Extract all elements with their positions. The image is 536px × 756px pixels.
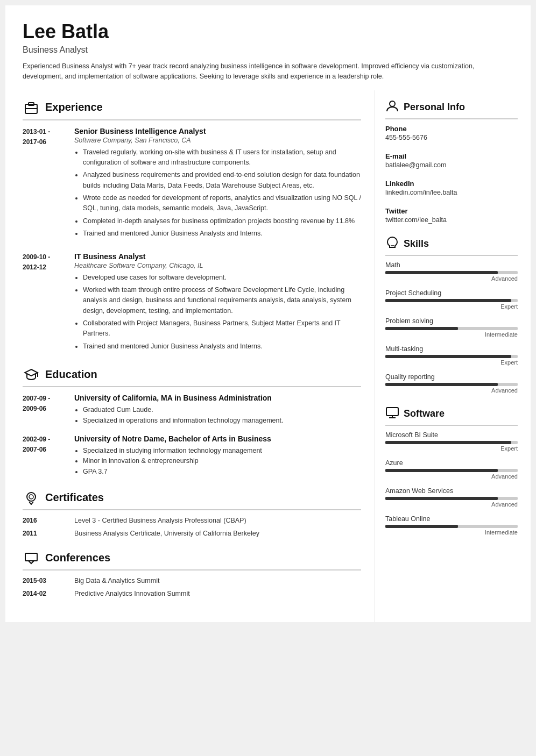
experience-entry: 2013-01 -2017-06 Senior Business Intelli… [23,127,361,241]
skill-item: Math Advanced [385,261,518,282]
resume-page: Lee Batla Business Analyst Experienced B… [5,5,531,622]
conference-entry: 2014-02 Predictive Analytics Innovation … [23,590,361,597]
exp-bullet: Trained and mentored Junior Business Ana… [83,229,361,239]
exp-bullets: Traveled regularly, working on-site with… [74,147,361,239]
education-icon [23,366,40,383]
skill-item: Project Scheduling Expert [385,289,518,310]
software-item: Azure Advanced [385,459,518,480]
svg-point-4 [27,493,36,501]
skill-bar-bg [385,441,518,444]
edu-bullet: GPA 3.7 [83,467,271,477]
linkedin-block: LinkedIn linkedin.com/in/lee.balta [385,180,518,196]
skill-name: Problem solving [385,317,518,325]
software-item: Tableau Online Intermediate [385,515,518,536]
skill-name: Multi-tasking [385,345,518,353]
education-entry: 2002-09 -2007-06 University of Notre Dam… [23,434,361,477]
software-item: Microsoft BI Suite Expert [385,431,518,452]
exp-bullet: Collaborated with Project Managers, Busi… [83,318,361,339]
skill-bar-bg [385,355,518,358]
experience-section: Experience 2013-01 -2017-06 Senior Busin… [23,99,361,354]
certificates-section-title: Certificates [23,489,361,510]
edu-bullet: Minor in innovation & entrepreneurship [83,456,271,466]
edu-bullet: Graduated Cum Laude. [83,405,283,415]
skill-bar-fill [385,383,498,386]
conference-entry: 2015-03 Big Data & Analytics Summit [23,577,361,584]
software-icon [385,405,399,422]
conferences-section-title: Conferences [23,549,361,570]
exp-details: Senior Business Intelligence Analyst Sof… [74,127,361,241]
exp-bullet: Trained and mentored Junior Business Ana… [83,341,361,352]
twitter-block: Twitter twitter.com/lee_balta [385,207,518,224]
skill-bar-fill [385,299,511,302]
cert-year: 2011 [23,530,66,537]
skill-bar-fill [385,271,498,274]
right-column: Personal Info Phone 455-555-5676 E-mail … [375,90,531,623]
software-name: Amazon Web Services [385,487,518,495]
conf-year: 2014-02 [23,590,66,597]
skill-name: Quality reporting [385,373,518,381]
certificates-section: Certificates 2016 Level 3 - Certified Bu… [23,489,361,537]
skill-level-label: Advanced [385,501,518,508]
edu-bullets: Specialized in studying information tech… [74,446,271,477]
skill-bar-fill [385,327,458,330]
software-name: Tableau Online [385,515,518,523]
exp-details: IT Business Analyst Healthcare Software … [74,252,361,354]
experience-section-title: Experience [23,99,361,120]
software-section: Software Microsoft BI Suite Expert Azure… [385,405,518,536]
skill-bar-bg [385,271,518,274]
cert-text: Level 3 - Certified Business Analysis Pr… [74,517,246,524]
skills-icon [385,236,399,252]
exp-company: Healthcare Software Company, Chicago, IL [74,262,361,269]
skill-level-label: Advanced [385,387,518,394]
cert-text: Business Analysis Certificate, Universit… [74,530,259,537]
twitter-label: Twitter [385,207,518,215]
certificate-entry: 2011 Business Analysis Certificate, Univ… [23,530,361,537]
edu-bullets: Graduated Cum Laude. Specialized in oper… [74,405,283,426]
phone-block: Phone 455-555-5676 [385,125,518,141]
skill-bar-bg [385,299,518,302]
skill-level-label: Intermediate [385,529,518,536]
phone-label: Phone [385,125,518,133]
experience-entry: 2009-10 -2012-12 IT Business Analyst Hea… [23,252,361,354]
edu-dates: 2007-09 -2009-06 [23,394,66,426]
skill-name: Math [385,261,518,269]
header: Lee Batla Business Analyst Experienced B… [5,5,531,90]
linkedin-label: LinkedIn [385,180,518,188]
software-title: Software [385,405,518,426]
certificate-icon [23,489,40,506]
exp-dates: 2013-01 -2017-06 [23,127,66,241]
skill-bar-fill [385,441,511,444]
conferences-section: Conferences 2015-03 Big Data & Analytics… [23,549,361,597]
skill-bar-fill [385,497,498,500]
education-section: Education 2007-09 -2009-06 University of… [23,366,361,477]
edu-details: University of Notre Dame, Bachelor of Ar… [74,434,271,477]
experience-icon [23,99,40,116]
email-block: E-mail batlalee@gmail.com [385,152,518,169]
linkedin-value: linkedin.com/in/lee.balta [385,189,518,196]
skill-level-label: Advanced [385,275,518,282]
skill-item: Quality reporting Advanced [385,373,518,394]
conf-text: Predictive Analytics Innovation Summit [74,590,190,597]
edu-bullet: Specialized in studying information tech… [83,446,271,456]
cert-year: 2016 [23,517,66,524]
skill-item: Problem solving Intermediate [385,317,518,338]
conf-text: Big Data & Analytics Summit [74,577,159,584]
skill-name: Project Scheduling [385,289,518,297]
edu-title: University of Notre Dame, Bachelor of Ar… [74,434,271,443]
edu-details: University of California, MA in Business… [74,394,283,426]
skill-level-label: Expert [385,359,518,366]
skill-bar-bg [385,327,518,330]
skill-item: Multi-tasking Expert [385,345,518,366]
svg-point-6 [390,101,395,106]
skill-bar-bg [385,383,518,386]
svg-point-5 [29,495,33,499]
skill-bar-bg [385,469,518,472]
education-section-title: Education [23,366,361,387]
conference-icon [23,549,40,566]
skill-bar-fill [385,355,511,358]
phone-value: 455-555-5676 [385,134,518,141]
personal-info-section: Personal Info Phone 455-555-5676 E-mail … [385,99,518,224]
software-name: Microsoft BI Suite [385,431,518,439]
education-entry: 2007-09 -2009-06 University of Californi… [23,394,361,426]
skill-level-label: Intermediate [385,331,518,338]
